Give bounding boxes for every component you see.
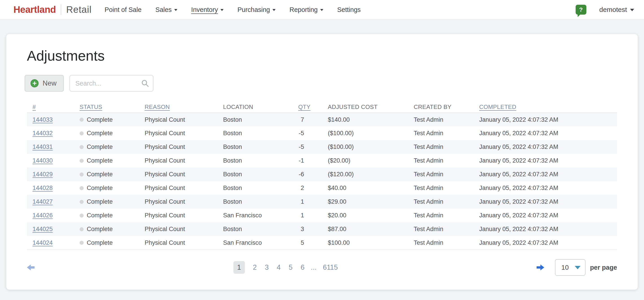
pagination-bar: 1 2 3 4 5 6 ... 6115 10 per page: [27, 258, 617, 276]
page-number-3[interactable]: 3: [265, 263, 269, 271]
completed-cell: January 05, 2022 4:07:32 AM: [479, 181, 617, 195]
page-title: Adjustments: [27, 34, 617, 65]
column-header-id[interactable]: #: [27, 101, 80, 113]
adjusted-cost-cell: $140.00: [328, 113, 414, 126]
nav-sales[interactable]: Sales: [156, 6, 177, 14]
column-header-reason[interactable]: REASON: [145, 101, 223, 113]
reason-cell: Physical Count: [145, 126, 223, 140]
location-cell: Boston: [223, 181, 298, 195]
reason-cell: Physical Count: [145, 113, 223, 126]
status-label: Complete: [87, 171, 113, 178]
adjusted-cost-cell: $100.00: [328, 236, 414, 250]
status-dot-icon: [80, 159, 84, 163]
adjusted-cost-cell: $29.00: [328, 195, 414, 209]
status-dot-icon: [80, 241, 84, 245]
page-body: Adjustments + New # STATUS REASON: [0, 34, 644, 290]
page-number-6[interactable]: 6: [301, 263, 304, 271]
page-number-2[interactable]: 2: [253, 263, 257, 271]
adjustment-id-link[interactable]: 144029: [32, 171, 53, 178]
qty-cell: 3: [298, 226, 304, 233]
nav-inventory[interactable]: Inventory: [191, 6, 224, 14]
main-menu: Point of Sale Sales Inventory Purchasing…: [105, 6, 361, 14]
page-number-4[interactable]: 4: [277, 263, 280, 271]
created-by-cell: Test Admin: [414, 209, 479, 222]
created-by-cell: Test Admin: [414, 154, 479, 168]
qty-cell: -1: [298, 157, 304, 164]
qty-cell: 7: [298, 116, 304, 123]
status-label: Complete: [87, 185, 113, 192]
reason-cell: Physical Count: [145, 168, 223, 181]
per-page-value: 10: [561, 264, 569, 271]
location-cell: Boston: [223, 222, 298, 236]
nav-settings[interactable]: Settings: [337, 6, 361, 14]
nav-purchasing[interactable]: Purchasing: [238, 6, 276, 14]
status-label: Complete: [87, 130, 113, 137]
qty-cell: -6: [298, 171, 304, 178]
adjustment-id-link[interactable]: 144026: [32, 212, 53, 219]
previous-page-arrow[interactable]: [27, 264, 35, 270]
pager-right: 10 per page: [536, 259, 617, 276]
nav-reporting[interactable]: Reporting: [290, 6, 323, 14]
adjustment-id-link[interactable]: 144024: [32, 239, 53, 246]
chevron-down-icon: [220, 9, 224, 11]
page-number-last[interactable]: 6115: [323, 263, 338, 271]
reason-cell: Physical Count: [145, 209, 223, 222]
location-cell: Boston: [223, 168, 298, 181]
location-cell: Boston: [223, 195, 298, 209]
adjusted-cost-cell: ($120.00): [328, 168, 414, 181]
status-label: Complete: [87, 116, 113, 123]
table-row: 144027 Complete Physical Count Boston 1 …: [27, 195, 617, 209]
location-cell: Boston: [223, 113, 298, 126]
status-dot-icon: [80, 214, 84, 218]
completed-cell: January 05, 2022 4:07:32 AM: [479, 236, 617, 250]
column-header-completed[interactable]: COMPLETED: [479, 101, 617, 113]
adjustment-id-link[interactable]: 144032: [32, 130, 53, 136]
reason-cell: Physical Count: [145, 222, 223, 236]
adjusted-cost-cell: ($100.00): [328, 140, 414, 154]
new-adjustment-button[interactable]: + New: [25, 75, 64, 92]
created-by-cell: Test Admin: [414, 181, 479, 195]
adjustment-id-link[interactable]: 144033: [32, 116, 53, 123]
column-header-created-by: CREATED BY: [414, 101, 479, 113]
nav-point-of-sale[interactable]: Point of Sale: [105, 6, 142, 14]
completed-cell: January 05, 2022 4:07:32 AM: [479, 209, 617, 222]
page-number-5[interactable]: 5: [289, 263, 293, 271]
page-ellipsis: ...: [311, 263, 316, 271]
qty-cell: 1: [298, 212, 304, 219]
status-label: Complete: [87, 212, 113, 219]
adjustment-id-link[interactable]: 144028: [32, 185, 53, 191]
qty-cell: 5: [298, 239, 304, 246]
reason-cell: Physical Count: [145, 140, 223, 154]
reason-cell: Physical Count: [145, 195, 223, 209]
chevron-down-icon: [320, 9, 323, 11]
nav-right: ? demotest: [576, 5, 634, 15]
adjustment-id-link[interactable]: 144025: [32, 226, 53, 232]
adjustments-card: Adjustments + New # STATUS REASON: [6, 34, 638, 290]
page-number-1[interactable]: 1: [234, 261, 245, 274]
adjustment-id-link[interactable]: 144030: [32, 157, 53, 164]
adjusted-cost-cell: ($100.00): [328, 126, 414, 140]
next-page-arrow[interactable]: [536, 264, 544, 270]
help-chat-icon[interactable]: ?: [576, 5, 586, 15]
column-header-location: LOCATION: [223, 101, 298, 113]
column-header-status[interactable]: STATUS: [80, 101, 145, 113]
created-by-cell: Test Admin: [414, 236, 479, 250]
column-header-qty[interactable]: QTY: [298, 101, 328, 113]
table-row: 144025 Complete Physical Count Boston 3 …: [27, 222, 617, 236]
status-label: Complete: [87, 143, 113, 151]
status-dot-icon: [80, 131, 84, 135]
completed-cell: January 05, 2022 4:07:32 AM: [479, 113, 617, 126]
adjusted-cost-cell: $87.00: [328, 222, 414, 236]
location-cell: San Francisco: [223, 209, 298, 222]
status-dot-icon: [80, 145, 84, 149]
search-input[interactable]: [70, 75, 154, 92]
adjusted-cost-cell: ($20.00): [328, 154, 414, 168]
completed-cell: January 05, 2022 4:07:32 AM: [479, 222, 617, 236]
adjustment-id-link[interactable]: 144027: [32, 198, 53, 205]
brand-separator: [61, 4, 61, 15]
created-by-cell: Test Admin: [414, 126, 479, 140]
adjustment-id-link[interactable]: 144031: [32, 143, 53, 150]
chevron-down-icon: [174, 9, 177, 11]
user-menu[interactable]: demotest: [600, 6, 634, 14]
per-page-select[interactable]: 10: [555, 259, 586, 276]
